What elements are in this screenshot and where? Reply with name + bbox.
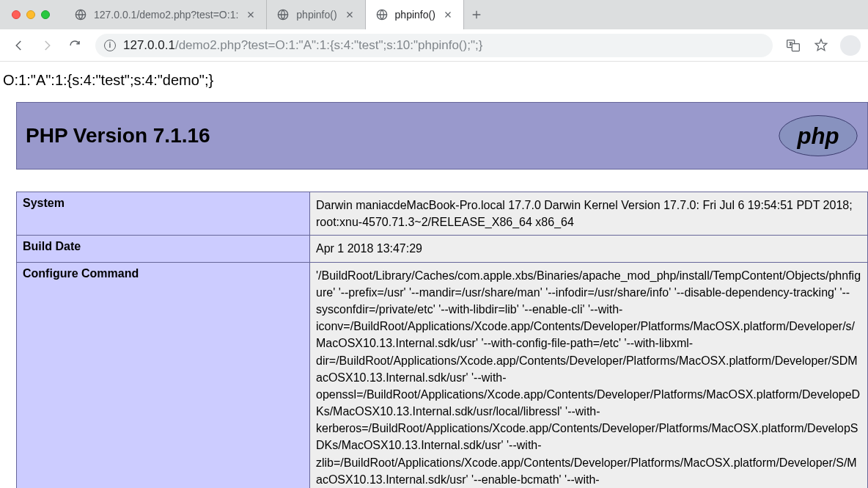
svg-rect-4 xyxy=(792,43,799,51)
back-icon xyxy=(12,39,26,52)
row-value: '/BuildRoot/Library/Caches/com.apple.xbs… xyxy=(310,262,868,488)
url-text: 127.0.0.1/demo2.php?test=O:1:"A":1:{s:4:… xyxy=(123,38,482,53)
globe-icon xyxy=(277,9,289,21)
tab-title: phpinfo() xyxy=(296,9,336,21)
site-info-icon[interactable]: i xyxy=(104,40,116,51)
close-icon[interactable] xyxy=(443,10,453,20)
tab-title: 127.0.0.1/demo2.php?test=O:1: xyxy=(94,9,238,21)
serialized-output: O:1:"A":1:{s:4:"test";s:4:"demo";} xyxy=(3,72,868,89)
reload-button[interactable] xyxy=(63,34,87,57)
window-controls xyxy=(12,10,50,19)
phpinfo-table: System Darwin maniacdeMacBook-Pro.local … xyxy=(16,192,868,488)
row-key: Build Date xyxy=(17,236,310,262)
forward-button[interactable] xyxy=(35,34,59,57)
bookmark-button[interactable] xyxy=(809,34,833,57)
globe-icon xyxy=(75,9,87,21)
svg-text:php: php xyxy=(796,123,839,149)
tab-3[interactable]: phpinfo() xyxy=(366,0,464,29)
translate-button[interactable] xyxy=(781,34,805,57)
tab-1[interactable]: 127.0.0.1/demo2.php?test=O:1: xyxy=(65,0,267,29)
php-logo-icon: php xyxy=(778,114,858,158)
profile-avatar[interactable] xyxy=(840,35,861,56)
row-value: Apr 1 2018 13:47:29 xyxy=(310,236,868,262)
php-header: PHP Version 7.1.16 php xyxy=(16,102,868,170)
table-row: System Darwin maniacdeMacBook-Pro.local … xyxy=(17,192,868,236)
tab-2[interactable]: phpinfo() xyxy=(267,0,365,29)
globe-icon xyxy=(376,9,388,21)
minimize-window-button[interactable] xyxy=(26,10,35,19)
close-icon[interactable] xyxy=(246,10,256,20)
translate-icon xyxy=(786,38,801,53)
forward-icon xyxy=(40,39,54,52)
toolbar: i 127.0.0.1/demo2.php?test=O:1:"A":1:{s:… xyxy=(0,29,868,62)
star-icon xyxy=(814,38,828,53)
row-key: Configure Command xyxy=(17,262,310,488)
row-key: System xyxy=(17,192,310,236)
new-tab-button[interactable] xyxy=(464,0,489,29)
address-bar[interactable]: i 127.0.0.1/demo2.php?test=O:1:"A":1:{s:… xyxy=(95,34,773,57)
table-row: Build Date Apr 1 2018 13:47:29 xyxy=(17,236,868,262)
back-button[interactable] xyxy=(7,34,31,57)
table-row: Configure Command '/BuildRoot/Library/Ca… xyxy=(17,262,868,488)
row-value: Darwin maniacdeMacBook-Pro.local 17.7.0 … xyxy=(310,192,868,236)
plus-icon xyxy=(471,9,482,21)
close-window-button[interactable] xyxy=(12,10,21,19)
php-version-title: PHP Version 7.1.16 xyxy=(26,124,210,148)
maximize-window-button[interactable] xyxy=(41,10,50,19)
reload-icon xyxy=(68,39,81,52)
url-path: /demo2.php?test=O:1:"A":1:{s:4:"test";s:… xyxy=(175,38,482,52)
page-content: O:1:"A":1:{s:4:"test";s:4:"demo";} PHP V… xyxy=(0,62,868,488)
tab-title: phpinfo() xyxy=(395,9,435,21)
url-host: 127.0.0.1 xyxy=(123,38,175,52)
titlebar: 127.0.0.1/demo2.php?test=O:1: phpinfo() … xyxy=(0,0,868,29)
tab-strip: 127.0.0.1/demo2.php?test=O:1: phpinfo() … xyxy=(65,0,868,29)
close-icon[interactable] xyxy=(345,10,355,20)
